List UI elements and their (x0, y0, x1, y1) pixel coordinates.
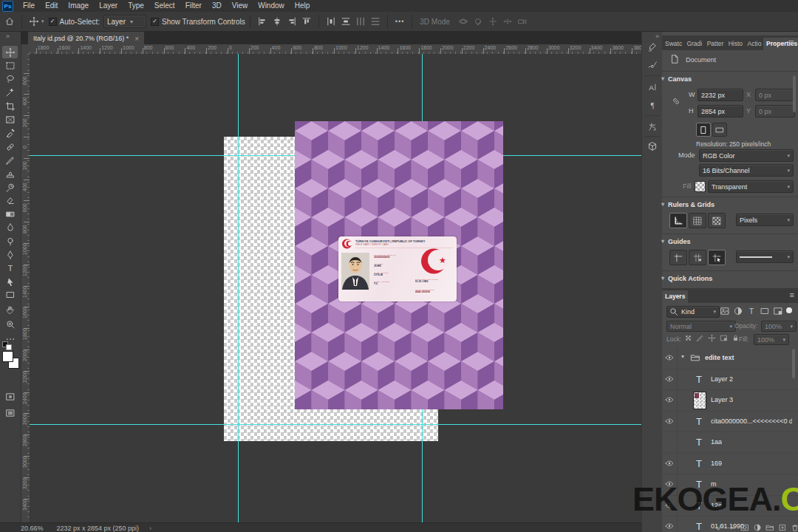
toggle-transparency-button[interactable] (708, 213, 726, 228)
show-transform-checkbox[interactable]: ✓ (151, 18, 159, 26)
tool-frame[interactable] (2, 114, 18, 126)
tab-swatc[interactable]: Swatc (662, 38, 683, 50)
menu-help[interactable]: Help (290, 0, 316, 12)
auto-select-dropdown[interactable]: Layer ▾ (103, 15, 146, 28)
canvas[interactable]: TÜRKİYE CUMHURİYETİ | REPUBLIC OF TURKEY… (30, 54, 641, 522)
layer-filter-kind-dropdown[interactable]: Kind▾ (666, 306, 720, 318)
tool-stamp[interactable] (2, 168, 18, 180)
lock-checker-icon[interactable] (684, 334, 692, 342)
menu-select[interactable]: Select (149, 0, 180, 12)
tool-eyedropper[interactable] (2, 127, 18, 140)
eye-icon[interactable] (665, 353, 674, 362)
tool-blur[interactable] (2, 222, 18, 234)
canvas-section-header[interactable]: ▾ Canvas (668, 75, 692, 83)
adjust-icon[interactable] (753, 523, 762, 532)
distribute-dist-4-icon[interactable] (370, 16, 381, 27)
home-icon[interactable] (4, 16, 15, 27)
menu-type[interactable]: Type (123, 0, 149, 12)
layer-row[interactable]: Tcita0000000...<<<<<<<<0 d (662, 411, 798, 433)
tool-type[interactable]: T (2, 262, 18, 275)
tab-layers[interactable]: Layers (662, 290, 688, 303)
layer-row[interactable]: T1aa (662, 432, 798, 454)
default-background-swatch[interactable] (6, 344, 12, 350)
align-left-icon[interactable] (257, 16, 267, 27)
eye-icon[interactable] (665, 459, 674, 468)
guide-horizontal-1[interactable] (30, 155, 295, 156)
chevron-down-icon[interactable]: ▾ (41, 18, 44, 24)
scrollbar-thumb[interactable] (792, 349, 795, 378)
guide-layout-button[interactable] (689, 250, 706, 265)
filter-adjust-icon[interactable] (733, 306, 743, 316)
brushes-icon[interactable] (647, 59, 658, 71)
ruler-horizontal[interactable]: 1800160014001200100080060040020002004006… (30, 44, 641, 55)
mode-dropdown[interactable]: RGB Color▾ (699, 149, 794, 162)
align-right-icon[interactable] (287, 16, 297, 27)
tool-lasso[interactable] (2, 73, 18, 86)
new-layer-icon[interactable] (778, 523, 787, 532)
align-top-icon[interactable] (301, 16, 312, 27)
clear-guides-button[interactable] (708, 250, 726, 265)
tool-eraser[interactable] (2, 194, 18, 207)
guide-horizontal-1[interactable] (503, 155, 641, 156)
layer-thumbnail[interactable] (693, 392, 706, 409)
rulers-grids-section-header[interactable]: ▾ Rulers & Grids (668, 201, 715, 208)
mask-icon[interactable] (740, 523, 749, 532)
distribute-dist-3-icon[interactable] (355, 16, 366, 27)
orientation-landscape-button[interactable] (712, 123, 727, 137)
link-icon[interactable] (715, 523, 724, 532)
filter-smart-obj-icon[interactable] (773, 306, 783, 316)
distribute-dist-2-icon[interactable] (341, 16, 351, 27)
menu-filter[interactable]: Filter (180, 0, 207, 12)
status-chevron-icon[interactable]: › (149, 525, 151, 532)
tool-pen[interactable] (2, 249, 18, 262)
fill-swatch[interactable] (695, 181, 706, 192)
tool-quick-select[interactable] (2, 86, 18, 99)
layer-row[interactable]: ▾edite text (662, 347, 798, 369)
link-dimensions-icon[interactable] (671, 96, 681, 106)
para-panel-icon[interactable]: ¶ (647, 99, 658, 111)
tab-histo[interactable]: Histo (726, 38, 745, 50)
tool-dodge[interactable] (2, 235, 18, 248)
guide-vertical-2[interactable] (422, 409, 423, 522)
lock-smart-obj-icon[interactable] (720, 334, 728, 342)
tool-marquee[interactable] (2, 59, 18, 72)
guide-vertical-1[interactable] (238, 54, 239, 522)
menu-image[interactable]: Image (63, 0, 94, 12)
menu-view[interactable]: View (227, 0, 253, 12)
tool-move[interactable] (2, 46, 18, 58)
screen-mode-button[interactable] (2, 406, 18, 419)
menu-window[interactable]: Window (253, 0, 290, 12)
lock-move-icon[interactable] (708, 334, 716, 342)
close-icon[interactable]: × (134, 35, 139, 43)
toolbar-collapse-icon[interactable]: » (6, 33, 10, 40)
menu-3d[interactable]: 3D (207, 0, 227, 12)
filter-shape-icon[interactable] (760, 306, 770, 316)
scrollbar-thumb[interactable] (793, 75, 796, 112)
layer-row[interactable]: TLayer 2 (662, 369, 798, 391)
height-field[interactable]: 2854 px (698, 105, 743, 117)
guides-section-header[interactable]: ▾ Guides (668, 238, 691, 245)
tab-patter[interactable]: Patter (704, 38, 726, 50)
dock-collapse-icon[interactable]: » (655, 33, 659, 40)
quick-mask-button[interactable] (2, 390, 18, 403)
align-center-h-icon[interactable] (272, 16, 282, 27)
tool-path-select[interactable] (2, 276, 18, 288)
tool-healing[interactable] (2, 140, 18, 153)
width-field[interactable]: 2232 px (698, 89, 743, 101)
id-card[interactable]: TÜRKİYE CUMHURİYETİ | REPUBLIC OF TURKEY… (338, 236, 457, 301)
char-panel-icon[interactable]: A (647, 81, 658, 93)
eye-icon[interactable] (665, 375, 674, 383)
brush-settings-icon[interactable] (647, 41, 658, 53)
auto-select-checkbox[interactable]: ✓ (49, 18, 57, 26)
menu-file[interactable]: File (18, 0, 40, 12)
quick-actions-section-header[interactable]: ▾ Quick Actions (668, 275, 712, 282)
tool-history-brush[interactable] (2, 181, 18, 194)
guide-horizontal-2[interactable] (30, 424, 641, 425)
fx-icon[interactable]: fx (728, 523, 737, 532)
panel-menu-icon[interactable]: ≡ (790, 38, 794, 47)
lock-brush-icon[interactable] (696, 334, 704, 342)
ruler-units-dropdown[interactable]: Pixels▾ (736, 214, 794, 226)
eye-icon[interactable] (665, 417, 674, 426)
glyphs-panel-icon[interactable] (647, 121, 658, 133)
tool-gradient[interactable] (2, 208, 18, 221)
